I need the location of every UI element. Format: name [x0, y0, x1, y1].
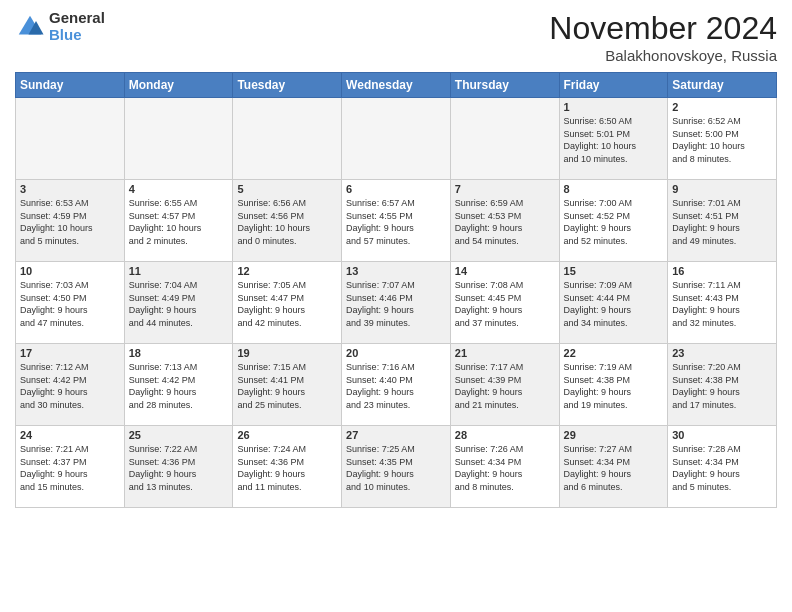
day-cell: [124, 98, 233, 180]
day-cell: 10Sunrise: 7:03 AMSunset: 4:50 PMDayligh…: [16, 262, 125, 344]
day-cell: 3Sunrise: 6:53 AMSunset: 4:59 PMDaylight…: [16, 180, 125, 262]
day-info: Sunrise: 7:21 AMSunset: 4:37 PMDaylight:…: [20, 443, 120, 493]
day-cell: [233, 98, 342, 180]
day-info: Sunrise: 7:16 AMSunset: 4:40 PMDaylight:…: [346, 361, 446, 411]
day-number: 15: [564, 265, 664, 277]
day-number: 12: [237, 265, 337, 277]
day-info: Sunrise: 7:07 AMSunset: 4:46 PMDaylight:…: [346, 279, 446, 329]
header-row: SundayMondayTuesdayWednesdayThursdayFrid…: [16, 73, 777, 98]
day-number: 3: [20, 183, 120, 195]
day-info: Sunrise: 7:24 AMSunset: 4:36 PMDaylight:…: [237, 443, 337, 493]
page-container: General Blue November 2024 Balakhonovsko…: [0, 0, 792, 513]
day-number: 14: [455, 265, 555, 277]
day-cell: 27Sunrise: 7:25 AMSunset: 4:35 PMDayligh…: [342, 426, 451, 508]
header-cell-tuesday: Tuesday: [233, 73, 342, 98]
location: Balakhonovskoye, Russia: [549, 47, 777, 64]
week-row-3: 10Sunrise: 7:03 AMSunset: 4:50 PMDayligh…: [16, 262, 777, 344]
logo: General Blue: [15, 10, 105, 43]
header-cell-monday: Monday: [124, 73, 233, 98]
header: General Blue November 2024 Balakhonovsko…: [15, 10, 777, 64]
day-cell: 11Sunrise: 7:04 AMSunset: 4:49 PMDayligh…: [124, 262, 233, 344]
day-info: Sunrise: 7:05 AMSunset: 4:47 PMDaylight:…: [237, 279, 337, 329]
day-number: 18: [129, 347, 229, 359]
day-cell: 30Sunrise: 7:28 AMSunset: 4:34 PMDayligh…: [668, 426, 777, 508]
day-info: Sunrise: 7:04 AMSunset: 4:49 PMDaylight:…: [129, 279, 229, 329]
day-cell: [16, 98, 125, 180]
day-number: 8: [564, 183, 664, 195]
day-cell: 26Sunrise: 7:24 AMSunset: 4:36 PMDayligh…: [233, 426, 342, 508]
day-info: Sunrise: 7:00 AMSunset: 4:52 PMDaylight:…: [564, 197, 664, 247]
day-number: 10: [20, 265, 120, 277]
day-number: 28: [455, 429, 555, 441]
day-info: Sunrise: 7:08 AMSunset: 4:45 PMDaylight:…: [455, 279, 555, 329]
day-cell: 9Sunrise: 7:01 AMSunset: 4:51 PMDaylight…: [668, 180, 777, 262]
day-cell: 13Sunrise: 7:07 AMSunset: 4:46 PMDayligh…: [342, 262, 451, 344]
day-info: Sunrise: 6:56 AMSunset: 4:56 PMDaylight:…: [237, 197, 337, 247]
calendar-table: SundayMondayTuesdayWednesdayThursdayFrid…: [15, 72, 777, 508]
day-info: Sunrise: 7:19 AMSunset: 4:38 PMDaylight:…: [564, 361, 664, 411]
header-cell-saturday: Saturday: [668, 73, 777, 98]
day-info: Sunrise: 6:59 AMSunset: 4:53 PMDaylight:…: [455, 197, 555, 247]
title-block: November 2024 Balakhonovskoye, Russia: [549, 10, 777, 64]
day-number: 30: [672, 429, 772, 441]
day-cell: 21Sunrise: 7:17 AMSunset: 4:39 PMDayligh…: [450, 344, 559, 426]
day-number: 22: [564, 347, 664, 359]
day-info: Sunrise: 7:25 AMSunset: 4:35 PMDaylight:…: [346, 443, 446, 493]
day-info: Sunrise: 6:57 AMSunset: 4:55 PMDaylight:…: [346, 197, 446, 247]
day-info: Sunrise: 7:28 AMSunset: 4:34 PMDaylight:…: [672, 443, 772, 493]
day-cell: 4Sunrise: 6:55 AMSunset: 4:57 PMDaylight…: [124, 180, 233, 262]
day-info: Sunrise: 7:26 AMSunset: 4:34 PMDaylight:…: [455, 443, 555, 493]
logo-blue: Blue: [49, 27, 105, 44]
day-info: Sunrise: 7:20 AMSunset: 4:38 PMDaylight:…: [672, 361, 772, 411]
day-number: 26: [237, 429, 337, 441]
header-cell-wednesday: Wednesday: [342, 73, 451, 98]
day-cell: 25Sunrise: 7:22 AMSunset: 4:36 PMDayligh…: [124, 426, 233, 508]
day-number: 19: [237, 347, 337, 359]
day-cell: 8Sunrise: 7:00 AMSunset: 4:52 PMDaylight…: [559, 180, 668, 262]
day-info: Sunrise: 6:52 AMSunset: 5:00 PMDaylight:…: [672, 115, 772, 165]
header-cell-thursday: Thursday: [450, 73, 559, 98]
day-cell: 29Sunrise: 7:27 AMSunset: 4:34 PMDayligh…: [559, 426, 668, 508]
day-number: 16: [672, 265, 772, 277]
day-number: 23: [672, 347, 772, 359]
day-cell: [342, 98, 451, 180]
day-info: Sunrise: 7:13 AMSunset: 4:42 PMDaylight:…: [129, 361, 229, 411]
day-info: Sunrise: 7:15 AMSunset: 4:41 PMDaylight:…: [237, 361, 337, 411]
day-number: 4: [129, 183, 229, 195]
day-cell: 24Sunrise: 7:21 AMSunset: 4:37 PMDayligh…: [16, 426, 125, 508]
day-number: 25: [129, 429, 229, 441]
day-info: Sunrise: 6:55 AMSunset: 4:57 PMDaylight:…: [129, 197, 229, 247]
day-info: Sunrise: 7:27 AMSunset: 4:34 PMDaylight:…: [564, 443, 664, 493]
day-number: 2: [672, 101, 772, 113]
day-cell: 14Sunrise: 7:08 AMSunset: 4:45 PMDayligh…: [450, 262, 559, 344]
header-cell-sunday: Sunday: [16, 73, 125, 98]
day-number: 29: [564, 429, 664, 441]
day-cell: 17Sunrise: 7:12 AMSunset: 4:42 PMDayligh…: [16, 344, 125, 426]
day-info: Sunrise: 7:01 AMSunset: 4:51 PMDaylight:…: [672, 197, 772, 247]
day-cell: 28Sunrise: 7:26 AMSunset: 4:34 PMDayligh…: [450, 426, 559, 508]
day-number: 7: [455, 183, 555, 195]
logo-general: General: [49, 10, 105, 27]
day-cell: 5Sunrise: 6:56 AMSunset: 4:56 PMDaylight…: [233, 180, 342, 262]
day-cell: 23Sunrise: 7:20 AMSunset: 4:38 PMDayligh…: [668, 344, 777, 426]
day-number: 21: [455, 347, 555, 359]
logo-text: General Blue: [49, 10, 105, 43]
header-cell-friday: Friday: [559, 73, 668, 98]
day-cell: 16Sunrise: 7:11 AMSunset: 4:43 PMDayligh…: [668, 262, 777, 344]
day-info: Sunrise: 7:17 AMSunset: 4:39 PMDaylight:…: [455, 361, 555, 411]
week-row-4: 17Sunrise: 7:12 AMSunset: 4:42 PMDayligh…: [16, 344, 777, 426]
day-info: Sunrise: 7:11 AMSunset: 4:43 PMDaylight:…: [672, 279, 772, 329]
week-row-2: 3Sunrise: 6:53 AMSunset: 4:59 PMDaylight…: [16, 180, 777, 262]
week-row-1: 1Sunrise: 6:50 AMSunset: 5:01 PMDaylight…: [16, 98, 777, 180]
day-cell: 19Sunrise: 7:15 AMSunset: 4:41 PMDayligh…: [233, 344, 342, 426]
week-row-5: 24Sunrise: 7:21 AMSunset: 4:37 PMDayligh…: [16, 426, 777, 508]
logo-icon: [15, 12, 45, 42]
day-info: Sunrise: 6:53 AMSunset: 4:59 PMDaylight:…: [20, 197, 120, 247]
day-info: Sunrise: 7:22 AMSunset: 4:36 PMDaylight:…: [129, 443, 229, 493]
day-number: 24: [20, 429, 120, 441]
day-number: 6: [346, 183, 446, 195]
day-cell: [450, 98, 559, 180]
day-number: 27: [346, 429, 446, 441]
day-info: Sunrise: 7:09 AMSunset: 4:44 PMDaylight:…: [564, 279, 664, 329]
day-number: 17: [20, 347, 120, 359]
